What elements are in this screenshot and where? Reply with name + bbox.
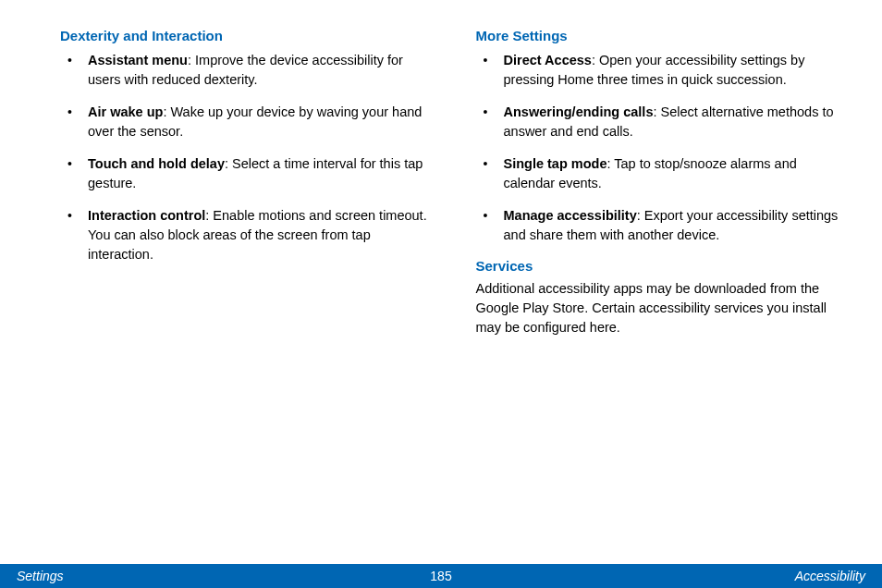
dexterity-list: Assistant menu: Improve the device acces… <box>60 51 430 264</box>
item-title: Touch and hold delay <box>88 156 225 171</box>
right-column: More Settings Direct Access: Open your a… <box>476 28 846 337</box>
heading-more-settings: More Settings <box>476 28 846 43</box>
list-item: Single tap mode: Tap to stop/snooze alar… <box>476 154 846 193</box>
page-content: Dexterity and Interaction Assistant menu… <box>0 0 882 337</box>
more-settings-list: Direct Access: Open your accessibility s… <box>476 51 846 245</box>
item-title: Direct Access <box>504 53 592 67</box>
item-title: Single tap mode <box>504 156 607 171</box>
list-item: Touch and hold delay: Select a time inte… <box>60 154 430 193</box>
services-body: Additional accessibility apps may be dow… <box>476 279 846 337</box>
item-title: Interaction control <box>88 208 205 223</box>
footer-right: Accessibility <box>795 569 865 583</box>
list-item: Manage accessibility: Export your access… <box>476 206 846 245</box>
item-title: Manage accessibility <box>504 208 637 223</box>
list-item: Answering/ending calls: Select alternati… <box>476 103 846 141</box>
page-number: 185 <box>430 569 451 583</box>
list-item: Direct Access: Open your accessibility s… <box>476 51 846 90</box>
left-column: Dexterity and Interaction Assistant menu… <box>60 28 430 337</box>
list-item: Assistant menu: Improve the device acces… <box>60 51 430 90</box>
list-item: Air wake up: Wake up your device by wavi… <box>60 103 430 141</box>
footer-left: Settings <box>17 569 64 583</box>
heading-services: Services <box>476 258 846 274</box>
page-footer: Settings 185 Accessibility <box>0 564 882 588</box>
item-title: Air wake up <box>88 104 163 119</box>
heading-dexterity: Dexterity and Interaction <box>60 28 430 43</box>
item-title: Answering/ending calls <box>504 104 654 119</box>
list-item: Interaction control: Enable motions and … <box>60 206 430 264</box>
item-title: Assistant menu <box>88 53 188 67</box>
